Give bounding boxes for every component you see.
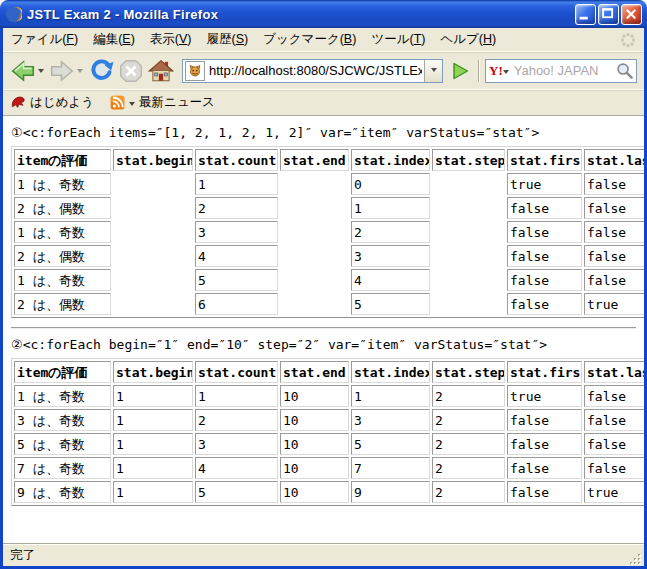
menu-history[interactable]: 履歴(S) [207,31,249,48]
table-cell: 9 [351,481,430,503]
table-cell [432,197,505,219]
url-input[interactable] [207,63,424,78]
resize-grip-icon[interactable] [627,551,642,566]
url-bar [182,59,443,83]
table-cell: 2 [432,433,505,455]
close-button[interactable] [621,4,642,25]
header-row: itemの評価stat.beginstat.countstat.endstat.… [14,149,644,171]
table-cell: 10 [280,457,349,479]
reload-button[interactable] [86,56,116,86]
url-dropdown-button[interactable] [424,60,442,82]
table-cell: 1 [113,433,193,455]
table-cell: 2 は、偶数 [14,293,111,315]
forward-icon [49,58,75,84]
table-cell [280,269,349,291]
column-header: stat.end [280,361,349,383]
menu-view[interactable]: 表示(V) [150,31,192,48]
menu-file[interactable]: ファイル(F) [11,31,78,48]
table-cell [113,197,193,219]
table-cell: false [507,221,582,243]
bookmark-getting-started[interactable]: はじめよう [11,94,94,111]
page-content: ①<c:forEach items=″[1, 2, 1, 2, 1, 2]″ v… [3,115,644,543]
back-dropdown-arrow[interactable] [38,69,44,76]
maximize-button[interactable] [598,4,619,25]
bookmark-latest-news[interactable]: 最新ニュース [110,94,215,111]
table-cell: 4 [351,269,430,291]
home-button[interactable] [146,56,176,86]
home-icon [148,58,174,84]
table-cell: 6 [195,293,278,315]
back-button[interactable] [8,56,38,86]
table-cell: 1 [351,385,430,407]
table-cell [113,269,193,291]
table-cell: false [507,433,582,455]
table-cell: 1 [351,197,430,219]
table-cell: 3 [351,409,430,431]
table-cell: 1 [113,409,193,431]
column-header: stat.last [584,361,644,383]
search-input[interactable] [512,63,613,78]
table-cell: false [584,173,644,195]
table-cell: 2 [432,481,505,503]
maximize-icon [599,5,618,24]
menu-help[interactable]: ヘルプ(H) [440,31,496,48]
go-icon [449,60,471,82]
table-cell: 5 [351,293,430,315]
table-cell: false [584,433,644,455]
table-cell: 5 [351,433,430,455]
foreach-range-heading: ②<c:forEach begin=″1″ end=″10″ step=″2″ … [11,337,636,353]
table-cell: 3 [351,245,430,267]
minimize-icon [576,5,595,24]
search-button[interactable] [613,60,635,82]
firefox-window: JSTL Exam 2 - Mozilla Firefox ファイル(F) 編集… [0,0,647,569]
stop-icon [118,58,144,84]
search-box: Y! [485,59,637,83]
chevron-down-icon [431,68,437,75]
table-cell: true [507,385,582,407]
table-cell: 10 [280,409,349,431]
go-button[interactable] [447,58,473,84]
stop-button[interactable] [116,56,146,86]
table-cell [113,221,193,243]
table-cell: 5 [195,481,278,503]
table-cell: true [584,293,644,315]
table-cell: 10 [280,481,349,503]
table-cell: 2 [195,409,278,431]
table-row: 1 は、奇数111012truefalse [14,385,644,407]
table-cell: 4 [195,457,278,479]
column-header: itemの評価 [14,361,111,383]
column-header: itemの評価 [14,149,111,171]
table-cell [113,245,193,267]
table-row: 1 は、奇数54falsefalse [14,269,644,291]
foreach-range-table: itemの評価stat.beginstat.countstat.endstat.… [11,358,644,506]
forward-button[interactable] [47,56,77,86]
column-header: stat.begin [113,361,193,383]
table-cell [432,293,505,315]
forward-dropdown-arrow[interactable] [77,69,83,76]
table-cell: 5 [195,269,278,291]
window-frame: ファイル(F) 編集(E) 表示(V) 履歴(S) ブックマーク(B) ツール(… [0,28,647,569]
foreach-items-heading: ①<c:forEach items=″[1, 2, 1, 2, 1, 2]″ v… [11,125,636,141]
table-cell: 1 は、奇数 [14,269,111,291]
table-row: 1 は、奇数32falsefalse [14,221,644,243]
table-cell: 3 [195,433,278,455]
table-cell: 3 は、奇数 [14,409,111,431]
menu-tools[interactable]: ツール(T) [371,31,425,48]
table-cell [113,173,193,195]
search-engine-dropdown[interactable] [503,70,509,77]
bookmark-label: はじめよう [30,94,94,111]
minimize-button[interactable] [575,4,596,25]
menu-edit[interactable]: 編集(E) [93,31,135,48]
menu-bookmarks[interactable]: ブックマーク(B) [263,31,356,48]
magnifier-icon [615,61,634,80]
table-row: 2 は、偶数65falsetrue [14,293,644,315]
column-header: stat.first [507,361,582,383]
table-cell: 1 は、奇数 [14,173,111,195]
bookmarks-toolbar: はじめよう 最新ニュース [3,89,644,115]
table-cell: false [584,245,644,267]
yahoo-logo[interactable]: Y! [489,63,503,79]
table-cell: false [507,197,582,219]
mozilla-dino-icon [11,95,26,110]
foreach-items-table: itemの評価stat.beginstat.countstat.endstat.… [11,146,644,318]
table-cell: 3 [195,221,278,243]
